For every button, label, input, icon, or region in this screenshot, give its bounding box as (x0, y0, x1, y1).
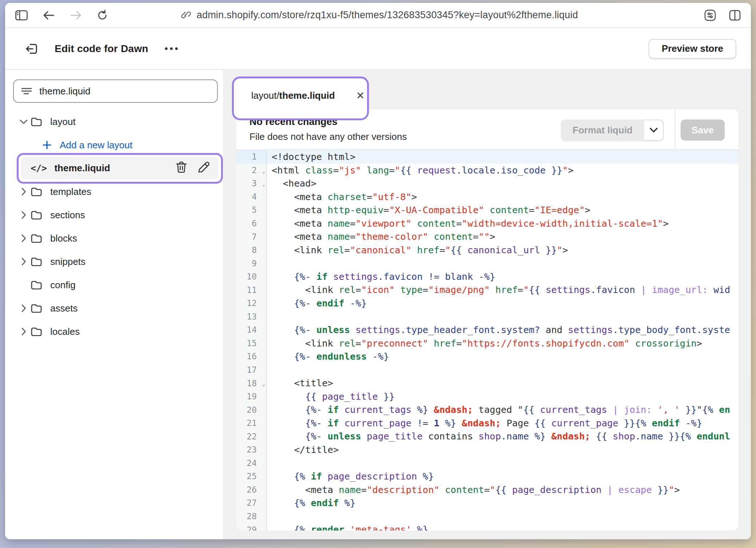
exit-editor-icon[interactable] (25, 42, 39, 56)
code-line[interactable]: 6 <meta name="viewport" content="width=d… (236, 217, 739, 230)
reload-icon[interactable] (97, 10, 108, 21)
tab-path-prefix: layout/ (251, 90, 279, 101)
code-line[interactable]: 24 (236, 457, 739, 470)
code-line[interactable]: 25 {% if page_description %} (236, 470, 739, 483)
code-line[interactable]: 16 {%- endunless -%} (236, 350, 739, 363)
line-number: 13 (236, 310, 267, 324)
code-line-text: <meta name="theme-color" content=""> (267, 230, 495, 243)
tab-theme-liquid[interactable]: layout/theme.liquid ✕ (234, 78, 367, 101)
back-icon[interactable] (43, 11, 55, 20)
code-line[interactable]: 2⌄<html class="js" lang="{{ request.loca… (236, 164, 739, 177)
preview-store-button[interactable]: Preview store (649, 39, 736, 59)
sidebar-item-sections[interactable]: sections (5, 203, 223, 227)
code-line-text: {%- unless page_title contains shop.name… (267, 430, 730, 443)
chevron-right-icon[interactable] (18, 304, 29, 312)
code-line-text: <html class="js" lang="{{ request.locale… (267, 164, 574, 177)
code-line[interactable]: 4 <meta charset="utf-8"> (236, 190, 739, 204)
code-line-text: {%- if settings.favicon != blank -%} (267, 270, 495, 283)
code-line[interactable]: 3⌄ <head> (236, 177, 739, 190)
code-line[interactable]: 23 </title> (236, 443, 739, 457)
chevron-right-icon[interactable] (18, 211, 29, 219)
code-line[interactable]: 20 {%- if current_tags %} &ndash; tagged… (236, 403, 739, 416)
code-line-text: <!doctype html> (267, 150, 355, 164)
folder-icon (31, 187, 42, 197)
header-divider (675, 109, 676, 150)
forward-icon[interactable] (70, 11, 82, 20)
code-line[interactable]: 28 (236, 510, 739, 523)
app-header: Edit code for Dawn Preview store (5, 28, 751, 70)
code-line[interactable]: 27 {% endif %} (236, 496, 739, 510)
sidebar-item-snippets[interactable]: snippets (5, 250, 223, 273)
line-number: 15 (236, 337, 267, 350)
code-line[interactable]: 15 <link rel="preconnect" href="https://… (236, 337, 739, 350)
code-line[interactable]: 9 (236, 257, 739, 270)
url-text[interactable]: admin.shopify.com/store/rzq1xu-f5/themes… (197, 9, 578, 21)
sidebar-item-templates[interactable]: templates (5, 180, 223, 203)
search-value: theme.liquid (39, 86, 90, 97)
line-number: 18⌄ (236, 376, 267, 390)
line-number: 10 (236, 270, 267, 283)
tab-close-icon[interactable]: ✕ (356, 91, 365, 101)
sidebar-item-theme-liquid[interactable]: </>theme.liquid (21, 157, 218, 179)
page-settings-icon[interactable] (704, 9, 716, 21)
code-line-text: <title> (267, 376, 333, 390)
fold-toggle-icon[interactable]: ⌄ (262, 167, 265, 175)
sidebar-item-locales[interactable]: locales (5, 320, 223, 343)
code-editor[interactable]: 1<!doctype html>2⌄<html class="js" lang=… (236, 150, 739, 531)
code-line-text: {%- endunless -%} (267, 350, 389, 363)
format-liquid-button[interactable]: Format liquid (561, 120, 644, 141)
rename-file-icon[interactable] (197, 161, 210, 175)
code-line[interactable]: 12 {%- endif -%} (236, 297, 739, 310)
format-liquid-split-button: Format liquid (561, 120, 664, 141)
chevron-right-icon[interactable] (18, 328, 29, 336)
chevron-right-icon[interactable] (18, 258, 29, 266)
chevron-right-icon[interactable] (18, 188, 29, 196)
code-line-text: <meta name="viewport" content="width=dev… (267, 217, 669, 230)
format-liquid-dropdown[interactable] (644, 120, 664, 141)
sidebar-item-label: blocks (50, 233, 77, 244)
sidebar-item-config[interactable]: config (5, 273, 223, 297)
code-line[interactable]: 5 <meta http-equiv="X-UA-Compatible" con… (236, 203, 739, 217)
fold-toggle-icon[interactable]: ⌄ (262, 180, 265, 188)
code-line-text: {%- unless settings.type_header_font.sys… (267, 323, 730, 337)
code-line[interactable]: 22 {%- unless page_title contains shop.n… (236, 430, 739, 443)
more-actions-icon[interactable] (165, 47, 178, 50)
code-line[interactable]: 29 {% render 'meta-tags' %} (236, 523, 739, 531)
code-line[interactable]: 7 <meta name="theme-color" content=""> (236, 230, 739, 243)
sidebar-item-add-a-new-layout[interactable]: Add a new layout (5, 133, 223, 157)
fold-toggle-icon[interactable]: ⌄ (262, 380, 265, 387)
line-number: 9 (236, 257, 267, 270)
code-line[interactable]: 14 {%- unless settings.type_header_font.… (236, 323, 739, 337)
code-line-text: {% endif %} (267, 496, 355, 510)
code-line[interactable]: 11 <link rel="icon" type="image/png" hre… (236, 283, 739, 297)
code-line[interactable]: 17 (236, 363, 739, 377)
delete-file-icon[interactable] (176, 161, 187, 175)
code-line[interactable]: 13 (236, 310, 739, 324)
sidebar-item-blocks[interactable]: blocks (5, 227, 223, 250)
code-line-text: {%- endif -%} (267, 297, 367, 310)
file-tree: layoutAdd a new layout</>theme.liquidtem… (5, 110, 223, 343)
code-line[interactable]: 18⌄ <title> (236, 376, 739, 390)
folder-icon (31, 257, 42, 267)
chevron-right-icon[interactable] (18, 234, 29, 242)
code-line[interactable]: 19 {{ page_title }} (236, 390, 739, 403)
file-search-input[interactable]: theme.liquid (13, 79, 218, 103)
code-line[interactable]: 10 {%- if settings.favicon != blank -%} (236, 270, 739, 283)
sidebar-toggle-icon[interactable] (15, 10, 28, 20)
code-line[interactable]: 8 <link rel="canonical" href="{{ canonic… (236, 243, 739, 257)
editor-card: No recent changes File does not have any… (236, 109, 739, 531)
save-button[interactable]: Save (681, 120, 725, 141)
split-view-icon[interactable] (729, 10, 741, 21)
chevron-down-icon[interactable] (18, 119, 29, 124)
sidebar-item-assets[interactable]: assets (5, 297, 223, 320)
code-line[interactable]: 1<!doctype html> (236, 150, 739, 164)
code-line[interactable]: 21 {%- if current_page != 1 %} &ndash; P… (236, 416, 739, 430)
line-number: 23 (236, 443, 267, 457)
code-line[interactable]: 26 <meta name="description" content="{{ … (236, 483, 739, 497)
line-number: 28 (236, 510, 267, 523)
line-number: 25 (236, 470, 267, 483)
line-number: 14 (236, 323, 267, 337)
code-line-text: <link rel="canonical" href="{{ canonical… (267, 243, 568, 257)
line-number: 17 (236, 363, 267, 377)
sidebar-item-layout[interactable]: layout (5, 110, 223, 133)
